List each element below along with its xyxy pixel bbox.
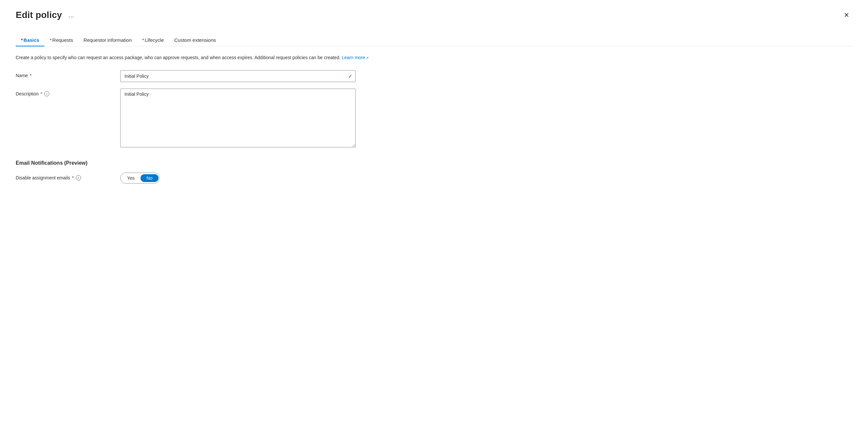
tab-requests[interactable]: *Requests	[44, 34, 78, 46]
disable-emails-label: Disable assignment emails * i	[16, 173, 120, 180]
description-required-star: *	[40, 91, 42, 96]
disable-emails-control: Yes No	[120, 173, 375, 184]
name-check-icon: ✓	[348, 73, 352, 80]
description-label: Description * i	[16, 89, 120, 96]
header: Edit policy ... ✕	[16, 9, 852, 21]
disable-emails-required-star: *	[72, 175, 74, 180]
disable-emails-row: Disable assignment emails * i Yes No	[16, 173, 375, 184]
form-section: Name * ✓ Description * i Initial Policy …	[16, 70, 375, 184]
tab-requestor-information[interactable]: Requestor information	[78, 34, 137, 46]
toggle-no-option[interactable]: No	[141, 174, 158, 182]
name-row: Name * ✓	[16, 70, 375, 82]
close-icon: ✕	[844, 11, 849, 19]
description-row: Description * i Initial Policy	[16, 89, 375, 148]
name-required-star: *	[30, 73, 31, 78]
name-field-container: ✓	[120, 70, 375, 82]
tab-requests-required-star: *	[50, 37, 52, 43]
tab-lifecycle-required-star: *	[142, 37, 144, 43]
tab-custom-extensions[interactable]: Custom extensions	[169, 34, 221, 46]
disable-emails-info-icon[interactable]: i	[76, 175, 81, 180]
name-label: Name *	[16, 70, 120, 78]
page-title: Edit policy	[16, 10, 62, 20]
name-input-wrapper: ✓	[120, 70, 355, 82]
header-left: Edit policy ...	[16, 10, 76, 20]
learn-more-link[interactable]: Learn more↗	[342, 55, 369, 60]
name-input[interactable]	[120, 70, 355, 82]
tab-basics[interactable]: *Basics	[16, 34, 44, 46]
toggle-yes-option[interactable]: Yes	[121, 174, 140, 183]
description-info-icon[interactable]: i	[44, 91, 49, 96]
description-textarea[interactable]: Initial Policy	[120, 89, 355, 147]
tab-basics-required-star: *	[21, 37, 23, 43]
external-link-icon: ↗	[366, 55, 369, 61]
tabs-container: *Basics *Requests Requestor information …	[16, 34, 852, 46]
email-notifications-heading: Email Notifications (Preview)	[16, 160, 375, 166]
close-button[interactable]: ✕	[841, 9, 852, 21]
tab-lifecycle[interactable]: *Lifecycle	[137, 34, 169, 46]
tab-description: Create a policy to specify who can reque…	[16, 54, 852, 61]
description-field-container: Initial Policy	[120, 89, 375, 148]
page-container: Edit policy ... ✕ *Basics *Requests Requ…	[0, 0, 868, 434]
disable-emails-toggle[interactable]: Yes No	[120, 173, 159, 184]
ellipsis-button[interactable]: ...	[66, 10, 77, 20]
